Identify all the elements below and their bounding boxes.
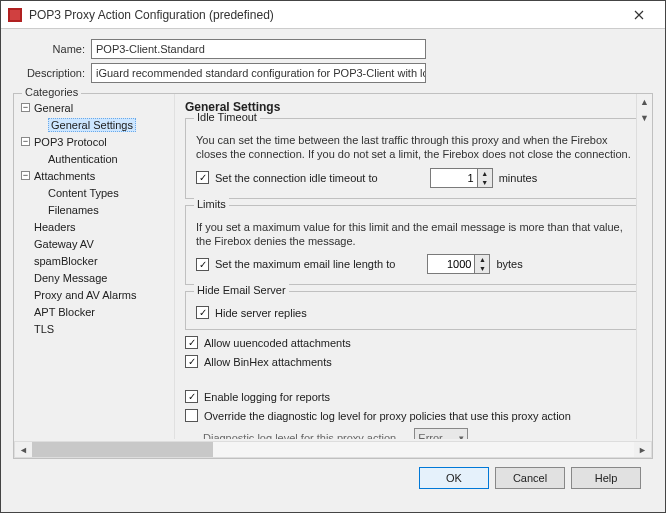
tree-item-filenames[interactable]: Filenames [48,204,99,216]
binhex-checkbox[interactable]: ✓ [185,355,198,368]
tree-item-authentication[interactable]: Authentication [48,153,118,165]
diag-level-combo: Error ▾ [414,428,467,439]
close-button[interactable] [619,1,659,28]
limits-group: Limits If you set a maximum value for th… [185,205,642,286]
hide-email-legend: Hide Email Server [194,284,289,296]
spin-down-icon[interactable]: ▼ [478,178,492,187]
limits-input[interactable] [428,255,474,273]
chevron-down-icon: ▾ [459,433,464,439]
tree-item-gateway-av[interactable]: Gateway AV [34,238,94,250]
scroll-track[interactable] [32,442,634,457]
limits-unit: bytes [496,258,522,270]
tree-item-spamblocker[interactable]: spamBlocker [34,255,98,267]
idle-timeout-group: Idle Timeout You can set the time betwee… [185,118,642,199]
logging-checkbox[interactable]: ✓ [185,390,198,403]
hide-replies-label: Hide server replies [215,307,307,319]
dialog-window: POP3 Proxy Action Configuration (predefi… [0,0,666,513]
scroll-left-icon[interactable]: ◄ [15,445,32,455]
tree-toggle-icon[interactable]: − [21,103,30,112]
idle-timeout-legend: Idle Timeout [194,111,260,123]
categories-fieldset: Categories −General General Settings −PO… [13,93,653,459]
tree-item-proxy-av-alarms[interactable]: Proxy and AV Alarms [34,289,137,301]
idle-timeout-spinner[interactable]: ▲▼ [430,168,493,188]
close-icon [634,10,644,20]
scroll-right-icon[interactable]: ► [634,445,651,455]
window-title: POP3 Proxy Action Configuration (predefi… [29,8,619,22]
categories-body: −General General Settings −POP3 Protocol… [14,94,652,439]
tree-toggle-icon[interactable]: − [21,137,30,146]
vertical-scrollbar[interactable]: ▲ ▼ [636,94,652,439]
idle-timeout-label: Set the connection idle timeout to [215,172,378,184]
uuencoded-label: Allow uuencoded attachments [204,337,351,349]
scroll-thumb[interactable] [32,442,213,457]
name-input[interactable]: POP3-Client.Standard [91,39,426,59]
tree-item-headers[interactable]: Headers [34,221,76,233]
ok-button[interactable]: OK [419,467,489,489]
scroll-up-icon[interactable]: ▲ [637,94,652,110]
binhex-label: Allow BinHex attachments [204,356,332,368]
tree-item-content-types[interactable]: Content Types [48,187,119,199]
override-checkbox[interactable] [185,409,198,422]
uuencoded-checkbox[interactable]: ✓ [185,336,198,349]
tree-item-apt-blocker[interactable]: APT Blocker [34,306,95,318]
spin-up-icon[interactable]: ▲ [475,255,489,264]
limits-spinner[interactable]: ▲▼ [427,254,490,274]
app-icon [7,7,23,23]
name-label: Name: [13,43,85,55]
limits-checkbox[interactable]: ✓ [196,258,209,271]
titlebar: POP3 Proxy Action Configuration (predefi… [1,1,665,29]
tree-toggle-icon[interactable]: − [21,171,30,180]
categories-legend: Categories [22,86,81,98]
desc-input[interactable]: iGuard recommended standard configuratio… [91,63,426,83]
tree-item-tls[interactable]: TLS [34,323,54,335]
scroll-down-icon[interactable]: ▼ [637,110,652,126]
desc-row: Description: iGuard recommended standard… [13,63,653,83]
dialog-footer: OK Cancel Help [13,459,653,497]
hide-email-group: Hide Email Server ✓ Hide server replies [185,291,642,330]
name-row: Name: POP3-Client.Standard [13,39,653,59]
idle-timeout-desc: You can set the time between the last tr… [196,133,631,162]
diag-level-label: Diagnostic log level for this proxy acti… [203,432,396,439]
horizontal-scrollbar[interactable]: ◄ ► [14,441,652,458]
hide-replies-checkbox[interactable]: ✓ [196,306,209,319]
dialog-body: Name: POP3-Client.Standard Description: … [1,29,665,512]
desc-label: Description: [13,67,85,79]
help-button[interactable]: Help [571,467,641,489]
idle-timeout-unit: minutes [499,172,538,184]
limits-label: Set the maximum email line length to [215,258,395,270]
tree-item-general[interactable]: General [34,102,73,114]
tree-item-general-settings[interactable]: General Settings [48,118,136,132]
limits-legend: Limits [194,198,229,210]
spin-up-icon[interactable]: ▲ [478,169,492,178]
tree-item-deny-message[interactable]: Deny Message [34,272,107,284]
override-label: Override the diagnostic log level for pr… [204,410,571,422]
diag-level-value: Error [418,432,442,439]
spin-down-icon[interactable]: ▼ [475,264,489,273]
logging-label: Enable logging for reports [204,391,330,403]
tree-item-pop3-protocol[interactable]: POP3 Protocol [34,136,107,148]
tree-item-attachments[interactable]: Attachments [34,170,95,182]
idle-timeout-input[interactable] [431,169,477,187]
settings-pane: General Settings Idle Timeout You can se… [174,94,652,439]
limits-desc: If you set a maximum value for this limi… [196,220,631,249]
svg-rect-1 [10,10,20,20]
idle-timeout-checkbox[interactable]: ✓ [196,171,209,184]
cancel-button[interactable]: Cancel [495,467,565,489]
category-tree[interactable]: −General General Settings −POP3 Protocol… [14,94,174,439]
